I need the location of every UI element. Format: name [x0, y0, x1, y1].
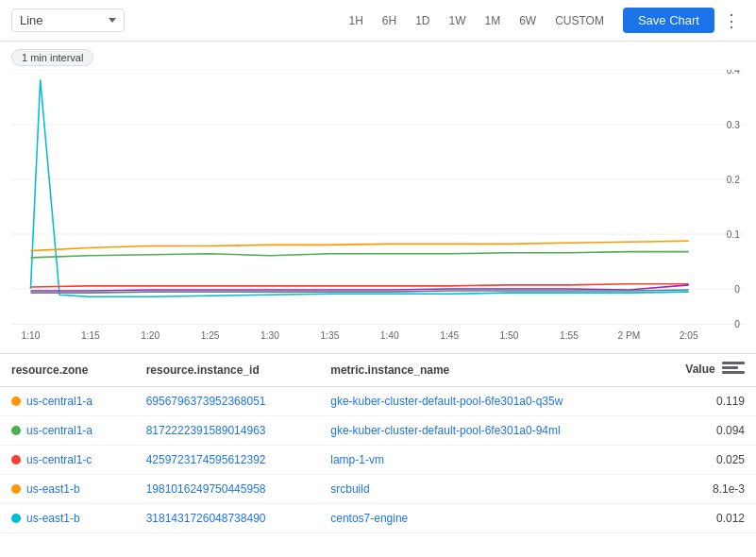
svg-text:1:30: 1:30: [260, 330, 279, 341]
instance-name-cell: gke-kuber-cluster-default-pool-6fe301a0-…: [319, 387, 649, 416]
series-color-dot: [11, 484, 21, 494]
instance-name-link[interactable]: srcbuild: [330, 482, 369, 496]
table-row: us-central1-c4259723174595612392lamp-1-v…: [0, 446, 756, 475]
more-icon: ⋮: [723, 10, 740, 31]
svg-text:0.4: 0.4: [727, 70, 740, 76]
svg-text:1:15: 1:15: [81, 330, 100, 341]
table-header-row: resource.zone resource.instance_id metri…: [0, 354, 756, 387]
svg-text:1:35: 1:35: [320, 330, 339, 341]
value-cell: 8.1e-3: [650, 475, 756, 504]
zone-link[interactable]: us-central1-a: [26, 395, 92, 408]
instance-id-link[interactable]: 1981016249750445958: [146, 482, 266, 496]
time-btn-1d[interactable]: 1D: [408, 10, 437, 31]
svg-text:1:45: 1:45: [440, 330, 459, 341]
svg-text:2:05: 2:05: [680, 330, 698, 341]
chart-type-dropdown[interactable]: Line: [11, 8, 125, 32]
sort-icon[interactable]: [722, 362, 745, 379]
time-btn-6h[interactable]: 6H: [375, 10, 404, 31]
chevron-down-icon: [109, 18, 116, 23]
col-instance-name: metric.instance_name: [319, 354, 649, 387]
more-options-button[interactable]: ⋮: [718, 8, 745, 34]
svg-text:0: 0: [734, 284, 740, 295]
table-row: us-central1-a8172222391589014963gke-kube…: [0, 416, 756, 446]
instance-id-cell: 8172222391589014963: [135, 416, 320, 446]
svg-text:0: 0: [734, 319, 740, 329]
svg-text:1:25: 1:25: [201, 330, 220, 341]
time-btn-1h[interactable]: 1H: [341, 10, 370, 31]
series-color-dot: [11, 455, 21, 464]
zone-link[interactable]: us-east1-b: [26, 482, 80, 496]
series-color-dot: [11, 426, 21, 435]
chart-area: 1 min interval 0.4 0.3 0.2 0.1 0 0 1:10 …: [0, 42, 756, 353]
zone-link[interactable]: us-east1-b: [26, 512, 80, 525]
data-table: resource.zone resource.instance_id metri…: [0, 353, 756, 557]
instance-id-link[interactable]: 4259723174595612392: [146, 453, 266, 466]
table-row: us-central1-a6956796373952368051gke-kube…: [0, 387, 756, 416]
zone-cell: us-east1-b: [0, 475, 135, 504]
instance-name-cell: centos7-engine: [319, 504, 649, 533]
time-btn-custom[interactable]: CUSTOM: [547, 10, 612, 31]
svg-text:1:10: 1:10: [22, 330, 41, 341]
instance-name-cell: lamp-1-vm: [319, 446, 649, 475]
time-btn-1w[interactable]: 1W: [442, 10, 474, 31]
instance-name-link[interactable]: centos7-engine: [330, 512, 408, 525]
zone-link[interactable]: us-central1-c: [26, 453, 92, 466]
zone-link[interactable]: us-central1-a: [26, 424, 92, 437]
svg-text:1:50: 1:50: [500, 330, 519, 341]
interval-badge: 1 min interval: [11, 49, 93, 66]
zone-cell: us-central1-a: [0, 416, 135, 446]
table-row: us-east1-b3181431726048738490centos7-eng…: [0, 504, 756, 533]
table-row: us-east1-b1981016249750445958srcbuild8.1…: [0, 475, 756, 504]
instance-name-cell: srcbuild: [319, 475, 649, 504]
value-cell: 0.119: [650, 387, 756, 416]
series-color-dot: [11, 397, 21, 406]
value-cell: 0.025: [650, 446, 756, 475]
instance-id-link[interactable]: 3181431726048738490: [146, 512, 266, 525]
svg-text:2 PM: 2 PM: [617, 330, 640, 341]
time-btn-6w[interactable]: 6W: [512, 10, 544, 31]
svg-text:0.2: 0.2: [727, 175, 740, 185]
time-controls: 1H 6H 1D 1W 1M 6W CUSTOM Save Chart ⋮: [341, 8, 745, 34]
time-btn-1m[interactable]: 1M: [478, 10, 509, 31]
instance-name-link[interactable]: gke-kuber-cluster-default-pool-6fe301a0-…: [330, 424, 560, 437]
chart-svg-wrapper[interactable]: 0.4 0.3 0.2 0.1 0 0 1:10 1:15 1:20 1:25 …: [11, 70, 745, 344]
save-chart-button[interactable]: Save Chart: [623, 8, 714, 33]
instance-id-link[interactable]: 6956796373952368051: [146, 395, 266, 408]
svg-text:0.3: 0.3: [727, 120, 740, 130]
chart-header: Line 1H 6H 1D 1W 1M 6W CUSTOM Save Chart…: [0, 0, 756, 42]
col-instance-id: resource.instance_id: [135, 354, 320, 387]
zone-cell: us-east1-b: [0, 504, 135, 533]
instance-name-cell: gke-kuber-cluster-default-pool-6fe301a0-…: [319, 416, 649, 446]
svg-text:1:20: 1:20: [141, 330, 160, 341]
chart-svg: 0.4 0.3 0.2 0.1 0 0 1:10 1:15 1:20 1:25 …: [11, 70, 745, 344]
instance-name-link[interactable]: lamp-1-vm: [330, 453, 384, 466]
svg-text:1:55: 1:55: [560, 330, 579, 341]
series-color-dot: [11, 514, 21, 523]
instance-name-link[interactable]: gke-kuber-cluster-default-pool-6fe301a0-…: [330, 395, 563, 408]
instance-id-cell: 6956796373952368051: [135, 387, 320, 416]
instance-id-cell: 3181431726048738490: [135, 504, 320, 533]
svg-text:0.1: 0.1: [727, 229, 740, 240]
zone-cell: us-central1-c: [0, 446, 135, 475]
zone-cell: us-central1-a: [0, 387, 135, 416]
col-zone: resource.zone: [0, 354, 135, 387]
instance-id-link[interactable]: 8172222391589014963: [146, 424, 266, 437]
value-cell: 0.012: [650, 504, 756, 533]
value-cell: 0.094: [650, 416, 756, 446]
instance-id-cell: 4259723174595612392: [135, 446, 320, 475]
instance-id-cell: 1981016249750445958: [135, 475, 320, 504]
svg-text:1:40: 1:40: [380, 330, 399, 341]
chart-type-label: Line: [20, 13, 103, 27]
col-value: Value: [650, 354, 756, 387]
